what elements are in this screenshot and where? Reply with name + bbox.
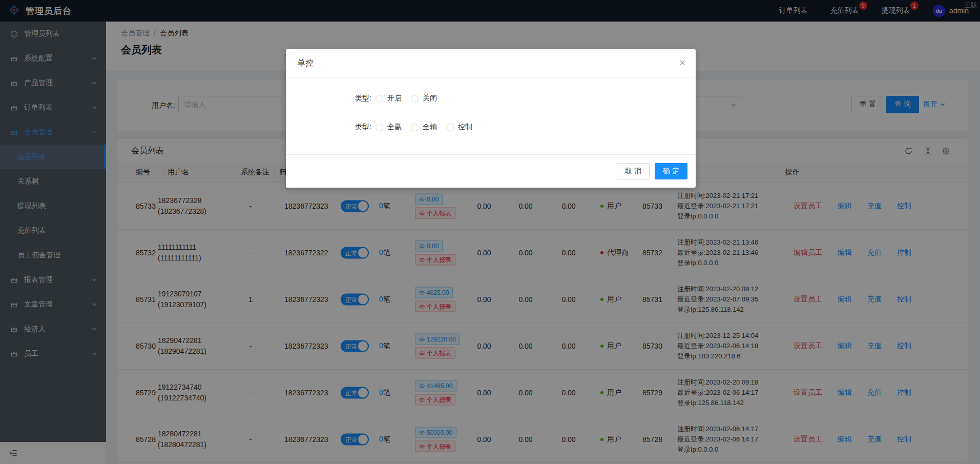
radio-icon [411,124,419,131]
radio-group-1: 类型:全赢全输控制 [286,120,696,134]
modal-body: 类型:开启关闭类型:全赢全输控制 [286,77,696,154]
radio-option[interactable]: 全输 [411,123,437,132]
radio-icon [376,95,383,103]
control-modal: 单控 × 类型:开启关闭类型:全赢全输控制 取 消 确 定 [286,49,696,188]
radio-options: 全赢全输控制 [376,123,472,132]
radio-option-label: 控制 [458,123,472,132]
close-icon[interactable]: × [679,55,685,70]
cancel-button[interactable]: 取 消 [617,163,650,179]
radio-group-label: 类型: [286,94,376,103]
modal-footer: 取 消 确 定 [286,154,696,188]
radio-icon [376,124,383,131]
radio-option-label: 全赢 [387,123,402,132]
radio-option[interactable]: 开启 [376,94,402,103]
modal-title: 单控 [297,58,314,69]
radio-group-0: 类型:开启关闭 [286,91,696,106]
confirm-button[interactable]: 确 定 [655,163,687,179]
radio-option-label: 关闭 [423,94,437,103]
radio-option[interactable]: 关闭 [411,94,437,103]
radio-option[interactable]: 全赢 [376,123,402,132]
radio-option-label: 开启 [387,94,402,103]
radio-options: 开启关闭 [376,94,437,103]
radio-group-label: 类型: [286,123,376,132]
radio-option[interactable]: 控制 [446,123,472,132]
radio-option-label: 全输 [423,123,437,132]
radio-icon [446,124,454,131]
radio-icon [411,95,419,103]
